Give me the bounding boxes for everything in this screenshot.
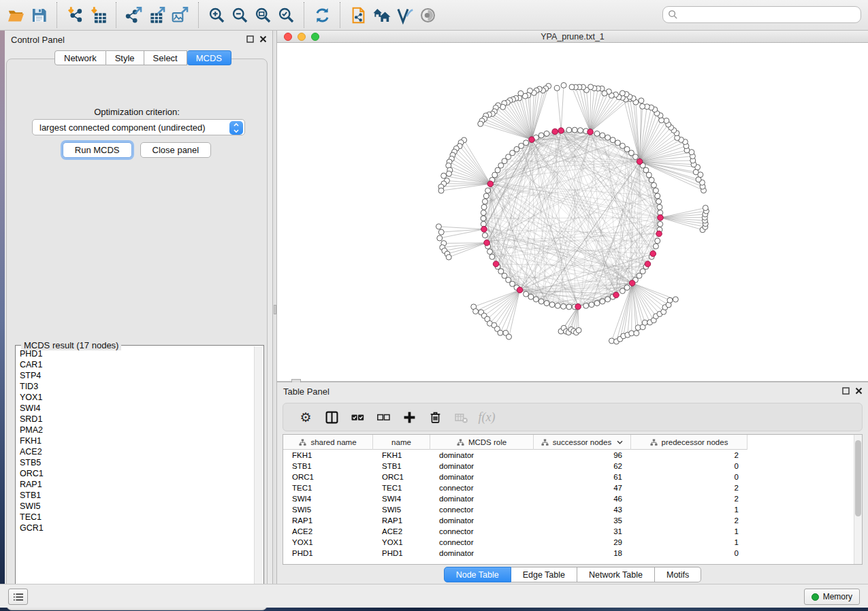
- export-network-icon[interactable]: [123, 3, 146, 27]
- float-panel-icon[interactable]: [842, 387, 850, 395]
- result-node[interactable]: CAR1: [20, 359, 254, 370]
- memory-status-icon: [811, 593, 819, 601]
- mcds-result-list[interactable]: PHD1CAR1STP4TID3YOX1SWI4SRD1PMA2FKH1ACE2…: [16, 348, 254, 597]
- split-grabber[interactable]: [274, 305, 276, 314]
- cell-predecessor-nodes: 1: [631, 504, 748, 515]
- delete-column-icon[interactable]: [422, 407, 448, 427]
- cell-shared-name: FKH1: [283, 450, 373, 461]
- vizmapper-icon[interactable]: [393, 3, 416, 27]
- result-node[interactable]: STB1: [20, 490, 254, 501]
- cell-predecessor-nodes: 1: [631, 537, 748, 548]
- table-row[interactable]: ORC1ORC1dominator610: [283, 472, 862, 482]
- refresh-icon[interactable]: [310, 3, 334, 27]
- show-graphics-icon[interactable]: [416, 3, 439, 27]
- result-node[interactable]: PHD1: [20, 348, 254, 359]
- result-node[interactable]: FKH1: [20, 435, 254, 446]
- result-node[interactable]: STB5: [20, 457, 254, 468]
- table-row[interactable]: SWI5SWI5connector431: [283, 504, 862, 515]
- memory-button[interactable]: Memory: [804, 589, 860, 605]
- column-header-shared-name[interactable]: shared name: [283, 435, 373, 450]
- cell-successor-nodes: 96: [534, 450, 631, 461]
- result-node[interactable]: STP4: [20, 370, 254, 381]
- cell-MCDS-role: connector: [430, 526, 534, 537]
- close-panel-button[interactable]: Close panel: [140, 142, 212, 158]
- table-scrollbar-thumb[interactable]: [855, 440, 861, 516]
- run-mcds-button[interactable]: Run MCDS: [63, 142, 132, 158]
- import-table-icon[interactable]: [86, 3, 110, 27]
- export-image-icon[interactable]: [169, 3, 192, 27]
- cell-name: RAP1: [373, 515, 430, 526]
- save-session-icon[interactable]: [27, 3, 50, 27]
- result-node[interactable]: SWI4: [20, 403, 254, 414]
- show-panels-icon[interactable]: [370, 3, 393, 27]
- result-node[interactable]: YOX1: [20, 392, 254, 403]
- network-window-titlebar[interactable]: YPA_prune.txt_1: [277, 31, 868, 43]
- zoom-in-icon[interactable]: [205, 3, 228, 27]
- deselect-all-icon[interactable]: [370, 407, 396, 427]
- node-table-header: shared namenameMCDS rolesuccessor nodesp…: [283, 435, 748, 450]
- column-header-MCDS-role[interactable]: MCDS role: [430, 435, 534, 450]
- column-header-predecessor-nodes[interactable]: predecessor nodes: [631, 435, 748, 450]
- tab-style[interactable]: Style: [106, 50, 144, 65]
- cell-MCDS-role: dominator: [430, 548, 534, 559]
- network-file-icon[interactable]: [347, 3, 370, 27]
- export-table-icon[interactable]: [146, 3, 169, 27]
- tab-motifs[interactable]: Motifs: [655, 567, 701, 582]
- control-panel-header: Control Panel: [5, 31, 272, 48]
- table-row[interactable]: STB1STB1dominator620: [283, 461, 862, 472]
- result-node[interactable]: SWI5: [20, 501, 254, 512]
- mcds-result-scrollbar[interactable]: [254, 346, 263, 597]
- tab-edge-table[interactable]: Edge Table: [511, 567, 577, 582]
- result-node[interactable]: RAP1: [20, 479, 254, 490]
- status-menu-button[interactable]: [8, 589, 28, 605]
- cell-shared-name: RAP1: [283, 515, 373, 526]
- network-view-window: YPA_prune.txt_1: [277, 31, 868, 381]
- show-columns-icon[interactable]: [319, 407, 344, 427]
- zoom-out-icon[interactable]: [228, 3, 251, 27]
- zoom-fit-icon[interactable]: [251, 3, 274, 27]
- result-node[interactable]: TEC1: [20, 512, 254, 523]
- optimization-criterion-select[interactable]: largest connected component (undirected): [32, 119, 245, 135]
- node-table-rows: FKH1FKH1dominator962STB1STB1dominator620…: [283, 450, 862, 564]
- open-file-icon[interactable]: [4, 3, 27, 27]
- status-bar: Memory: [0, 584, 868, 608]
- import-network-icon[interactable]: [63, 3, 86, 27]
- result-node[interactable]: PMA2: [20, 425, 254, 435]
- cell-name: ACE2: [373, 526, 430, 537]
- table-row[interactable]: ACE2ACE2connector311: [283, 526, 862, 537]
- tab-select[interactable]: Select: [144, 50, 187, 65]
- table-row[interactable]: FKH1FKH1dominator962: [283, 450, 862, 461]
- tab-node-table[interactable]: Node Table: [444, 567, 511, 582]
- select-all-icon[interactable]: [344, 407, 370, 427]
- table-row[interactable]: SWI4SWI4dominator462: [283, 493, 862, 504]
- result-node[interactable]: SRD1: [20, 414, 254, 425]
- search-field[interactable]: [662, 6, 861, 23]
- column-header-name[interactable]: name: [373, 435, 430, 450]
- zoom-selected-icon[interactable]: [274, 3, 298, 27]
- tab-network-table[interactable]: Network Table: [577, 567, 655, 582]
- result-node[interactable]: TID3: [20, 381, 254, 392]
- float-panel-icon[interactable]: [246, 35, 254, 43]
- table-row[interactable]: RAP1RAP1dominator352: [283, 515, 862, 526]
- close-panel-icon[interactable]: [259, 35, 267, 43]
- network-canvas[interactable]: [277, 43, 868, 381]
- vertical-split-divider[interactable]: [272, 31, 277, 584]
- table-scrollbar[interactable]: [854, 435, 862, 564]
- table-row[interactable]: YOX1YOX1connector291: [283, 537, 862, 548]
- table-row[interactable]: PHD1PHD1dominator180: [283, 548, 862, 559]
- column-header-successor-nodes[interactable]: successor nodes: [534, 435, 631, 450]
- table-panel-tabs: Node TableEdge TableNetwork TableMotifs: [277, 567, 868, 582]
- add-column-icon[interactable]: [396, 407, 422, 427]
- network-graph: [277, 43, 868, 381]
- table-row[interactable]: TEC1TEC1connector472: [283, 482, 862, 493]
- result-node[interactable]: GCR1: [20, 523, 254, 533]
- tab-network[interactable]: Network: [54, 50, 106, 65]
- table-settings-icon[interactable]: ⚙: [293, 407, 319, 427]
- tab-mcds[interactable]: MCDS: [187, 50, 231, 65]
- cell-name: FKH1: [373, 450, 430, 461]
- result-node[interactable]: ACE2: [20, 446, 254, 457]
- search-input[interactable]: [678, 8, 861, 22]
- result-node[interactable]: ORC1: [20, 468, 254, 479]
- control-panel: Control Panel NetworkStyleSelectMCDS Opt…: [5, 31, 272, 584]
- close-panel-icon[interactable]: [855, 387, 863, 395]
